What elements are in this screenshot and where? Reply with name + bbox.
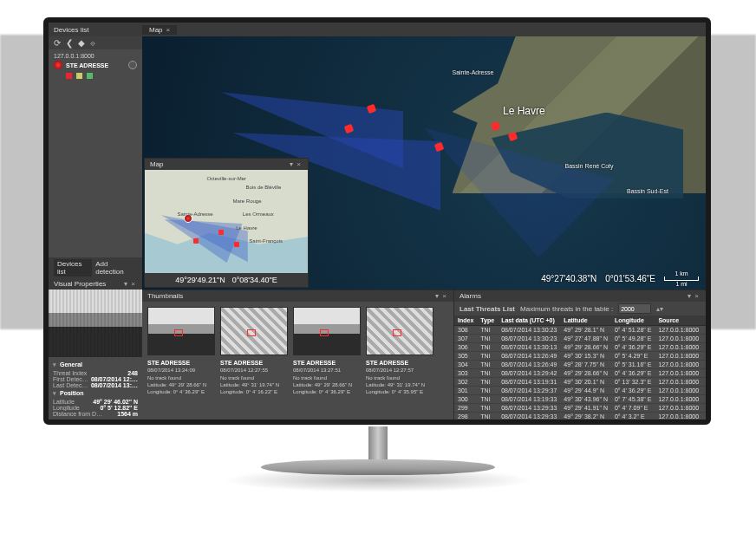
row-close-icon[interactable]: ×: [702, 352, 706, 361]
row-close-icon[interactable]: ×: [702, 413, 706, 420]
detection-box-icon: [174, 329, 183, 336]
inset-target-icon: [193, 238, 199, 244]
device-radio[interactable]: [128, 61, 137, 69]
alarms-column-header[interactable]: Type: [477, 316, 498, 326]
row-close-icon[interactable]: ×: [702, 335, 706, 343]
alarms-column-header[interactable]: [702, 316, 706, 326]
alarm-row[interactable]: 300TNI08/07/2014 13:19:3349° 30' 43.96" …: [454, 395, 706, 404]
thumbnail-card[interactable]: STE ADRESSE08/07/2014 13:27:51No track f…: [293, 307, 361, 414]
device-sub-icons: [54, 71, 137, 79]
alarms-column-header[interactable]: Longitude: [611, 316, 655, 326]
visual-props-title: Visual Properties: [54, 280, 106, 288]
alarms-table[interactable]: IndexTypeLast data (UTC +0)LatitudeLongi…: [454, 316, 706, 420]
property-row: Longitude0° 5' 12.82" E: [53, 405, 138, 411]
thumbs-menu-icon[interactable]: ▾: [433, 292, 440, 300]
alarm-row[interactable]: 304TNI08/07/2014 13:26:4949° 28' 7.75" N…: [454, 361, 706, 369]
property-row: First Detection …08/07/2014 12:…: [53, 376, 138, 382]
thumbnail-image[interactable]: [147, 307, 215, 355]
section-general[interactable]: General: [60, 361, 82, 368]
alarms-stepper-icon[interactable]: ▴▾: [656, 305, 663, 313]
toolbar-icon-3[interactable]: ⟐: [90, 38, 95, 48]
row-close-icon[interactable]: ×: [702, 404, 706, 413]
row-close-icon[interactable]: ×: [702, 369, 706, 378]
alarms-menu-icon[interactable]: ▾: [686, 292, 693, 300]
detection-box-icon: [393, 329, 401, 336]
visual-preview[interactable]: [49, 290, 142, 357]
alarms-toolbar: Last Threats List Maximum threats in the…: [454, 302, 706, 316]
panel-close-icon[interactable]: ×: [129, 280, 137, 288]
row-close-icon[interactable]: ×: [702, 395, 706, 404]
device-group: 127.0.0.1:8000 STE ADRESSE: [49, 49, 142, 82]
row-close-icon[interactable]: ×: [702, 361, 706, 369]
alarm-row[interactable]: 302TNI08/07/2014 13:19:3149° 30' 20.1" N…: [454, 378, 706, 387]
status-green-icon: [87, 73, 93, 79]
inset-target-icon: [234, 242, 239, 247]
alarm-row[interactable]: 303TNI08/07/2014 13:29:4249° 29' 28.66" …: [454, 369, 706, 378]
panel-menu-icon[interactable]: ▾: [122, 280, 129, 288]
alarms-column-header[interactable]: Latitude: [560, 316, 611, 326]
main-map[interactable]: Le Havre Sainte-AdresseBassin René CotyB…: [142, 36, 706, 290]
thumbs-header: Thumbnails ▾ ×: [142, 290, 453, 302]
scale-km: 1 km: [675, 270, 688, 277]
tab-close-icon[interactable]: ×: [166, 26, 171, 34]
thumbs-close-icon[interactable]: ×: [440, 292, 448, 300]
alarm-row[interactable]: 301TNI08/07/2014 13:29:3749° 29' 44.9" N…: [454, 387, 706, 395]
thumbnail-card[interactable]: STE ADRESSE08/07/2014 12:27:57No track f…: [366, 307, 433, 414]
inset-place-label: Octeville-sur-Mer: [206, 176, 246, 181]
tabs-host: Map×: [142, 25, 179, 35]
properties-panel: ▾General Threat Index248First Detection …: [49, 357, 142, 420]
thumbnail-image[interactable]: [366, 307, 433, 355]
toolbar-icon-1[interactable]: ❮: [66, 38, 73, 48]
inset-menu-icon[interactable]: ▾: [288, 160, 295, 168]
app-window: Devices list Map× ⟳❮◆⟐ 127.0.0.1:8000 ST…: [43, 17, 711, 425]
alarms-panel: Alarms ▾ × Last Threats List Maximum thr…: [454, 290, 706, 420]
map-tab[interactable]: Map×: [142, 25, 177, 35]
alarms-title: Alarms: [459, 292, 481, 300]
row-close-icon[interactable]: ×: [702, 378, 706, 387]
monitor-container: Devices list Map× ⟳❮◆⟐ 127.0.0.1:8000 ST…: [0, 0, 756, 540]
row-close-icon[interactable]: ×: [702, 326, 706, 335]
alarms-column-header[interactable]: Source: [655, 316, 702, 326]
map-place-label: Bassin René Coty: [565, 163, 614, 169]
map-lat: 49°27'40.38"N: [541, 274, 596, 283]
inset-target-icon: [218, 230, 224, 235]
row-close-icon[interactable]: ×: [702, 343, 706, 352]
thumbnail-image[interactable]: [293, 307, 361, 355]
row-close-icon[interactable]: ×: [702, 387, 706, 395]
inset-map[interactable]: Octeville-sur-MerBois de BlévilleMare Ro…: [145, 170, 308, 273]
tab-devices-list[interactable]: Devices list: [54, 259, 92, 277]
inset-place-label: Le Havre: [236, 225, 257, 231]
thumbnail-card[interactable]: STE ADRESSE08/07/2014 12:27:55No track f…: [220, 307, 288, 414]
alarms-column-header[interactable]: Last data (UTC +0): [498, 316, 560, 326]
inset-place-label: Bois de Bléville: [246, 185, 282, 190]
toolbar-icon-0[interactable]: ⟳: [54, 38, 61, 48]
device-item[interactable]: STE ADRESSE: [54, 59, 137, 71]
inset-lon: 0°08'34.40"E: [232, 276, 277, 284]
alarm-row[interactable]: 298TNI08/07/2014 13:29:3349° 29' 38.2" N…: [454, 413, 706, 420]
alarms-column-header[interactable]: Index: [454, 316, 477, 326]
thumbs-title: Thumbnails: [147, 292, 183, 300]
status-red-icon: [66, 73, 72, 79]
property-row: Distance from D…1564 m: [53, 411, 138, 417]
thumbnail-image[interactable]: [220, 307, 288, 355]
alarm-row[interactable]: 299TNI08/07/2014 13:29:3349° 29' 41.91" …: [454, 404, 706, 413]
reflection-right: [708, 35, 756, 329]
alarm-row[interactable]: 305TNI08/07/2014 13:26:4949° 30' 15.3" N…: [454, 352, 706, 361]
inset-close-icon[interactable]: ×: [295, 160, 303, 168]
toolbar-icon-2[interactable]: ◆: [78, 38, 85, 48]
detection-box-icon: [247, 329, 256, 336]
alarm-row[interactable]: 308TNI08/07/2014 13:30:2349° 29' 28.1" N…: [454, 326, 706, 335]
alarm-row[interactable]: 306TNI08/07/2014 13:30:1349° 29' 28.66" …: [454, 343, 706, 352]
inset-title: Map: [150, 160, 164, 168]
map-lon: 0°01'53.46"E: [605, 274, 655, 283]
center-column: Le Havre Sainte-AdresseBassin René CotyB…: [142, 36, 706, 420]
property-row: Last Detection …08/07/2014 13:…: [53, 382, 138, 388]
status-yellow-icon: [76, 73, 82, 79]
alarms-max-label: Maximum threats in the table :: [520, 305, 613, 313]
alarm-row[interactable]: 307TNI08/07/2014 13:30:2349° 27' 47.88" …: [454, 335, 706, 343]
tab-add-detection[interactable]: Add detection: [92, 259, 137, 277]
section-position[interactable]: Position: [60, 390, 84, 396]
thumbnail-card[interactable]: STE ADRESSE08/07/2014 13:24:09No track f…: [147, 307, 215, 414]
alarms-close-icon[interactable]: ×: [693, 292, 701, 300]
alarms-max-input[interactable]: [618, 303, 651, 314]
